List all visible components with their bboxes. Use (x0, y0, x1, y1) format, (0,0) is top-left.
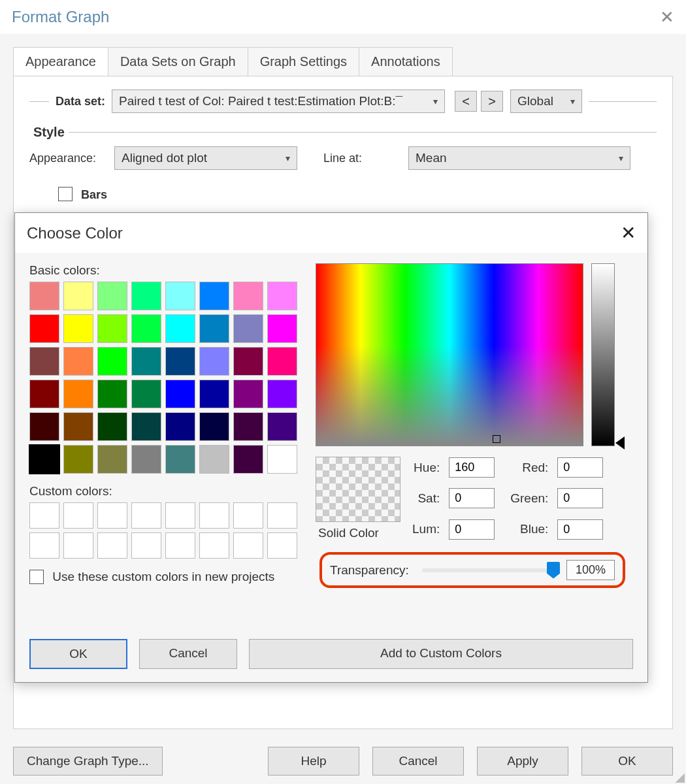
cancel-button[interactable]: Cancel (372, 747, 464, 776)
custom-color-swatch[interactable] (97, 502, 127, 529)
basic-color-swatch[interactable] (63, 282, 93, 310)
basic-color-swatch[interactable] (97, 314, 127, 343)
custom-color-swatch[interactable] (199, 502, 229, 529)
basic-color-swatch[interactable] (165, 347, 195, 376)
tab-graph-settings[interactable]: Graph Settings (248, 47, 359, 76)
basic-color-swatch[interactable] (29, 314, 59, 343)
basic-color-swatch[interactable] (29, 282, 59, 310)
tab-annotations[interactable]: Annotations (359, 47, 453, 76)
custom-color-swatch[interactable] (233, 502, 263, 529)
basic-color-swatch[interactable] (233, 347, 263, 376)
basic-color-swatch[interactable] (233, 380, 263, 408)
basic-color-swatch[interactable] (233, 282, 263, 310)
custom-color-swatch[interactable] (131, 502, 161, 529)
basic-color-swatch[interactable] (29, 412, 59, 441)
tab-appearance[interactable]: Appearance (13, 47, 108, 76)
close-icon[interactable]: ✕ (660, 8, 674, 25)
help-button[interactable]: Help (268, 747, 359, 776)
custom-color-swatch[interactable] (267, 502, 297, 529)
basic-color-swatch[interactable] (131, 412, 161, 441)
basic-color-swatch[interactable] (131, 282, 161, 310)
chevron-down-icon: ▾ (570, 96, 575, 106)
basic-color-swatch[interactable] (97, 282, 127, 310)
custom-color-swatch[interactable] (63, 502, 93, 529)
custom-color-swatch[interactable] (131, 532, 161, 559)
basic-color-swatch[interactable] (97, 445, 127, 474)
custom-color-swatch[interactable] (267, 532, 297, 559)
basic-color-swatch[interactable] (131, 380, 161, 408)
sat-input[interactable] (449, 488, 495, 508)
basic-color-swatch[interactable] (131, 314, 161, 343)
red-input[interactable] (557, 457, 603, 478)
basic-color-swatch[interactable] (63, 412, 93, 441)
dialog-cancel-button[interactable]: Cancel (139, 639, 237, 669)
ok-button[interactable]: OK (581, 747, 673, 776)
resize-grip-icon[interactable] (673, 771, 685, 783)
basic-color-swatch[interactable] (29, 445, 59, 474)
basic-color-swatch[interactable] (63, 445, 93, 474)
basic-color-swatch[interactable] (131, 445, 161, 474)
lum-input[interactable] (449, 519, 495, 540)
color-spectrum[interactable] (316, 263, 583, 446)
basic-color-swatch[interactable] (165, 314, 195, 343)
basic-color-swatch[interactable] (97, 412, 127, 441)
appearance-select[interactable]: Aligned dot plot ▾ (114, 146, 297, 170)
basic-color-swatch[interactable] (267, 282, 297, 310)
dialog-ok-button[interactable]: OK (29, 639, 127, 669)
custom-color-swatch[interactable] (233, 532, 263, 559)
basic-color-swatch[interactable] (267, 380, 297, 408)
dataset-next-button[interactable]: > (481, 91, 503, 112)
basic-color-swatch[interactable] (63, 314, 93, 343)
custom-color-swatch[interactable] (199, 532, 229, 559)
basic-color-swatch[interactable] (233, 314, 263, 343)
custom-color-swatch[interactable] (29, 502, 59, 529)
custom-color-swatch[interactable] (63, 532, 93, 559)
basic-color-swatch[interactable] (267, 412, 297, 441)
basic-color-swatch[interactable] (233, 412, 263, 441)
basic-color-swatch[interactable] (233, 445, 263, 474)
hue-input[interactable] (449, 457, 495, 478)
basic-color-swatch[interactable] (199, 282, 229, 310)
basic-color-swatch[interactable] (199, 347, 229, 376)
custom-color-swatch[interactable] (97, 532, 127, 559)
line-at-select[interactable]: Mean ▾ (408, 146, 630, 170)
basic-color-swatch[interactable] (165, 412, 195, 441)
luminance-bar[interactable] (591, 263, 615, 446)
basic-color-swatch[interactable] (165, 380, 195, 408)
basic-color-swatch[interactable] (29, 347, 59, 376)
change-graph-type-button[interactable]: Change Graph Type... (13, 747, 163, 776)
basic-color-swatch[interactable] (165, 282, 195, 310)
basic-color-swatch[interactable] (97, 347, 127, 376)
dataset-select[interactable]: Paired t test of Col: Paired t test:Esti… (112, 90, 445, 113)
basic-color-swatch[interactable] (267, 445, 297, 474)
dataset-scope-select[interactable]: Global ▾ (510, 90, 582, 113)
custom-color-swatch[interactable] (29, 532, 59, 559)
spectrum-column: Solid Color Hue: Red: Sat: Green: Lum: (304, 263, 633, 588)
basic-color-swatch[interactable] (63, 347, 93, 376)
basic-color-swatch[interactable] (199, 314, 229, 343)
blue-input[interactable] (557, 519, 603, 540)
tab-data-sets[interactable]: Data Sets on Graph (108, 47, 248, 76)
bars-checkbox[interactable] (58, 187, 73, 201)
basic-color-swatch[interactable] (131, 347, 161, 376)
basic-color-swatch[interactable] (29, 380, 59, 408)
transparency-value[interactable]: 100% (566, 560, 615, 580)
dataset-prev-button[interactable]: < (455, 91, 477, 112)
apply-button[interactable]: Apply (477, 747, 568, 776)
basic-color-swatch[interactable] (199, 380, 229, 408)
close-icon[interactable]: ✕ (621, 222, 636, 244)
custom-color-swatch[interactable] (165, 502, 195, 529)
basic-color-swatch[interactable] (267, 314, 297, 343)
basic-color-swatch[interactable] (199, 445, 229, 474)
basic-color-swatch[interactable] (199, 412, 229, 441)
custom-color-swatch[interactable] (165, 532, 195, 559)
green-input[interactable] (557, 488, 603, 508)
tab-strip: Appearance Data Sets on Graph Graph Sett… (13, 47, 673, 76)
add-to-custom-button[interactable]: Add to Custom Colors (249, 639, 633, 669)
use-custom-checkbox[interactable] (29, 570, 44, 584)
basic-color-swatch[interactable] (267, 347, 297, 376)
basic-color-swatch[interactable] (63, 380, 93, 408)
transparency-slider[interactable] (422, 568, 560, 572)
basic-color-swatch[interactable] (165, 445, 195, 474)
basic-color-swatch[interactable] (97, 380, 127, 408)
